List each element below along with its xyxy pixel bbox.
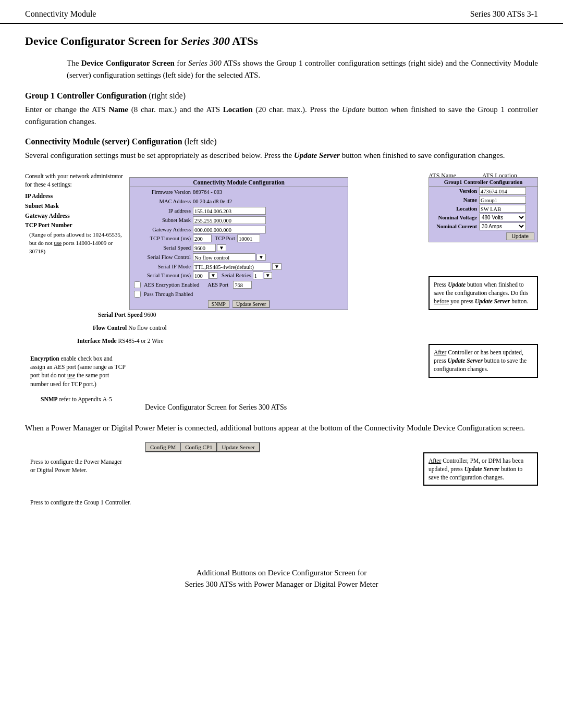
- tcp-timeout-value[interactable]: 200: [193, 235, 212, 242]
- update-server-button[interactable]: Update Server: [232, 300, 270, 308]
- aes-port-label: AES Port: [207, 282, 228, 288]
- config-btn-row: SNMP Update Server: [130, 299, 348, 310]
- header-right: Series 300 ATSs 3-1: [470, 9, 538, 19]
- pass-through-label: Pass Through Enabled: [144, 291, 193, 297]
- gateway-address-label: Gateway Address: [25, 212, 129, 220]
- section1-heading: Group 1 Controller Configuration (right …: [25, 91, 538, 101]
- serial-speed-row: Serial Speed 9600 ▼: [130, 243, 348, 252]
- ip-row: IP address 155.104.006.203: [130, 206, 348, 215]
- page-content: Device Configurator Screen for Series 30…: [0, 29, 563, 606]
- press-update-box: Press Update button when finished to sav…: [429, 276, 538, 310]
- aes-label: AES Encryption Enabled: [144, 282, 199, 288]
- pass-through-checkbox[interactable]: [134, 291, 141, 298]
- left-annotations: Consult with your network administrator …: [25, 172, 129, 256]
- diagram-caption: Device Configurator Screen for Series 30…: [145, 403, 287, 412]
- bottom-caption-line2: Series 300 ATSs with Power Manager or Di…: [25, 578, 538, 590]
- serial-flow-label: Serial Flow Control: [133, 254, 193, 260]
- ip-value[interactable]: 155.104.006.203: [193, 207, 266, 215]
- intro-paragraph: The Device Configurator Screen for Serie…: [67, 57, 538, 82]
- tcp-port-label: TCP Port Number: [25, 221, 129, 230]
- range-note: (Range of ports allowed is: 1024-65535, …: [29, 231, 129, 256]
- name-value[interactable]: Group1: [479, 196, 526, 204]
- right-btn-row: Update: [429, 231, 537, 242]
- serial-flow-row: Serial Flow Control No flow control ▼: [130, 252, 348, 262]
- aes-checkbox[interactable]: [134, 281, 141, 288]
- nom-current-row: Nominal Current 30 Amps: [429, 222, 537, 231]
- consult-note: Consult with your network administrator …: [25, 172, 129, 189]
- pass-through-row: Pass Through Enabled: [130, 290, 348, 299]
- bottom-caption: Additional Buttons on Device Configurato…: [25, 567, 538, 590]
- main-diagram-area: ATS Name ATS Location Consult with your …: [25, 172, 538, 412]
- update-server-button2[interactable]: Update Server: [217, 442, 259, 452]
- aes-port-value[interactable]: 768: [233, 281, 252, 289]
- gateway-label: Gateway Address: [133, 227, 193, 232]
- serial-retries-dropdown[interactable]: ▼: [264, 272, 272, 279]
- config-title-bar: Connectivity Module Configuration: [130, 178, 348, 187]
- serial-speed-callout: Serial Port Speed 9600: [98, 312, 156, 318]
- serial-retries-label: Serial Retries: [222, 273, 251, 278]
- ip-label: IP address: [133, 208, 193, 214]
- serial-if-label: Serial IF Mode: [133, 264, 193, 269]
- serial-timeout-label: Serial Timeout (ms): [133, 273, 193, 278]
- firmware-value: 869764 - 003: [193, 189, 222, 195]
- interface-mode-callout: Interface Mode RS485-4 or 2 Wire: [77, 338, 164, 344]
- version-value: 473674-014: [479, 187, 526, 195]
- location-value[interactable]: SW LAB: [479, 205, 526, 213]
- tcp-port-value[interactable]: 10001: [237, 235, 260, 242]
- serial-speed-value[interactable]: 9600: [193, 244, 216, 252]
- snmp-callout: SNMP refer to Appendix A-5: [41, 396, 112, 402]
- config-pm-button[interactable]: Config PM: [145, 442, 180, 452]
- gateway-value[interactable]: 000.000.000.000: [193, 226, 266, 233]
- nom-voltage-row: Nominal Voltage 480 Volts: [429, 213, 537, 222]
- tcp-row: TCP Timeout (ms) 200 TCP Port 10001: [130, 234, 348, 243]
- firmware-row: Firmware Version 869764 - 003: [130, 187, 348, 196]
- tcp-timeout-label: TCP Timeout (ms): [133, 236, 193, 241]
- page-title: Device Configurator Screen for Series 30…: [25, 34, 538, 48]
- bottom-caption-line1: Additional Buttons on Device Configurato…: [25, 567, 538, 579]
- right-update-button[interactable]: Update: [506, 232, 534, 240]
- serial-flow-value[interactable]: No flow control: [193, 253, 255, 261]
- serial-timeout-row: Serial Timeout (ms) 100 ▼ Serial Retries…: [130, 271, 348, 280]
- subnet-value[interactable]: 255.255.000.000: [193, 216, 266, 224]
- serial-if-dropdown[interactable]: ▼: [272, 263, 282, 270]
- section2-body: Several configuration settings must be s…: [25, 150, 538, 162]
- after-update-box: After Controller or has been updated, pr…: [429, 344, 538, 377]
- name-row: Name Group1: [429, 195, 537, 204]
- press-g1-note: Press to configure the Group 1 Controlle…: [30, 499, 131, 505]
- header-left: Connectivity Module: [25, 9, 96, 19]
- serial-speed-label: Serial Speed: [133, 245, 193, 251]
- config-cp1-button[interactable]: Config CP1: [180, 442, 217, 452]
- ip-address-label: IP Address: [25, 192, 129, 201]
- serial-timeout-value[interactable]: 100: [193, 272, 209, 279]
- location-row: Location SW LAB: [429, 204, 537, 213]
- gateway-row: Gateway Address 000.000.000.000: [130, 225, 348, 234]
- flow-control-callout: Flow Control No flow control: [93, 325, 167, 331]
- serial-if-value[interactable]: TTL,RS485-4wire(default): [193, 263, 271, 270]
- snmp-button[interactable]: SNMP: [208, 300, 229, 308]
- nom-voltage-select[interactable]: 480 Volts: [479, 214, 526, 221]
- page-header: Connectivity Module Series 300 ATSs 3-1: [0, 0, 563, 24]
- subnet-label: Subnet Mask: [133, 217, 193, 223]
- after-update-box2: After Controller, PM, or DPM has been up…: [423, 452, 538, 486]
- mac-value: 00 20 4a d8 0e d2: [193, 199, 232, 204]
- device-config-box: Connectivity Module Configuration Firmwa…: [129, 177, 348, 310]
- name-label: Name: [432, 197, 479, 203]
- config-buttons-box: Config PM Config CP1 Update Server: [145, 442, 260, 452]
- serial-if-row: Serial IF Mode TTL,RS485-4wire(default) …: [130, 262, 348, 271]
- nom-current-select[interactable]: 30 Amps: [479, 223, 526, 230]
- nom-current-label: Nominal Current: [432, 224, 479, 229]
- bottom-para: When a Power Manager or Digital Power Me…: [25, 422, 538, 434]
- serial-retries-value[interactable]: 1: [253, 272, 263, 279]
- section2-heading: Connectivity Module (server) Configurati…: [25, 137, 538, 146]
- serial-speed-dropdown[interactable]: ▼: [217, 244, 226, 251]
- press-pm-note: Press to configure the Power Manager or …: [30, 458, 127, 474]
- version-row: Version 473674-014: [429, 187, 537, 195]
- subnet-row: Subnet Mask 255.255.000.000: [130, 215, 348, 225]
- mac-label: MAC Address: [133, 199, 193, 204]
- version-label: Version: [432, 188, 479, 194]
- serial-flow-dropdown[interactable]: ▼: [256, 254, 266, 261]
- tcp-port-label: TCP Port: [215, 236, 235, 241]
- serial-timeout-dropdown[interactable]: ▼: [209, 272, 217, 279]
- location-label: Location: [432, 206, 479, 212]
- nom-voltage-label: Nominal Voltage: [432, 215, 479, 220]
